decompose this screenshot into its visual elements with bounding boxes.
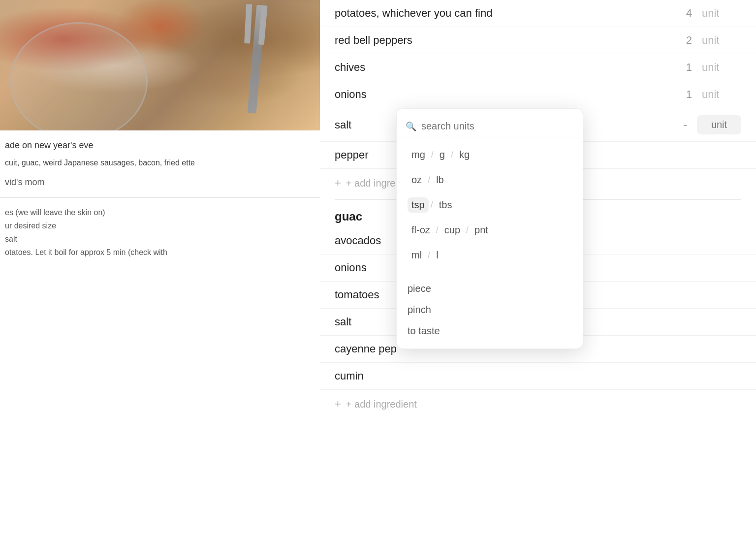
unit-row-ml: ml / l: [397, 243, 583, 268]
unit-row-volume: fl-oz / cup / pnt: [397, 218, 583, 243]
ingredient-name: cumin: [335, 370, 662, 382]
unit-ml[interactable]: ml: [408, 248, 426, 263]
add-guac-ingredient-button[interactable]: + + add ingredient: [320, 390, 756, 418]
plus-icon-guac: +: [335, 398, 341, 411]
recipe-steps: es (we will leave the skin on)ur desired…: [0, 206, 320, 259]
unit-fl-oz[interactable]: fl-oz: [408, 222, 434, 238]
unit-row-spoon: tsp / tbs: [397, 192, 583, 218]
ingredient-name: onions: [335, 88, 662, 101]
glass-plate: [10, 22, 148, 130]
unit-kg[interactable]: kg: [455, 147, 473, 162]
ingredient-unit: unit: [702, 61, 741, 74]
table-row: onions1unit: [320, 81, 756, 108]
recipe-step: es (we will leave the skin on): [0, 206, 320, 219]
plus-icon: +: [335, 177, 341, 190]
ingredient-unit: unit: [702, 7, 741, 20]
recipe-step: ur desired size: [0, 219, 320, 232]
unit-cup[interactable]: cup: [441, 222, 464, 238]
recipe-ingredients-text: cuit, guac, weird Japanese sausages, bac…: [0, 157, 320, 169]
unit-dropdown: 🔍 mg / g / kg oz / lb tsp / tbs: [396, 108, 583, 349]
ingredient-qty: 1: [662, 61, 692, 74]
table-row: chives1unit: [320, 54, 756, 81]
search-icon: 🔍: [406, 121, 416, 132]
unit-pnt[interactable]: pnt: [471, 222, 492, 238]
ingredient-name: chives: [335, 61, 662, 74]
add-ingredient-label: + add ingre: [346, 178, 396, 189]
add-guac-ingredient-label: + add ingredient: [346, 399, 417, 410]
unit-tsp[interactable]: tsp: [408, 197, 429, 213]
ingredient-name: potatoes, whichever you can find: [335, 7, 662, 20]
fork-icon: [247, 5, 265, 114]
ingredient-qty: -: [658, 119, 687, 131]
unit-oz[interactable]: oz: [408, 172, 426, 188]
unit-lb[interactable]: lb: [432, 172, 448, 188]
left-panel: ade on new year's eve cuit, guac, weird …: [0, 0, 320, 539]
recipe-author: vid's mom: [0, 177, 320, 188]
ingredient-list: potatoes, whichever you can find4unitred…: [320, 0, 756, 418]
unit-row-weight-large: mg / g / kg: [397, 142, 583, 167]
table-row: potatoes, whichever you can find4unit: [320, 0, 756, 27]
text-content: ade on new year's eve cuit, guac, weird …: [0, 130, 320, 269]
table-row: cumin: [320, 363, 756, 390]
unit-piece[interactable]: piece: [397, 278, 583, 299]
unit-mg[interactable]: mg: [408, 147, 429, 162]
food-image: [0, 0, 320, 130]
ingredient-unit: unit: [702, 34, 741, 47]
table-row: red bell peppers2unit: [320, 27, 756, 54]
unit-l[interactable]: l: [432, 248, 442, 263]
right-panel: potatoes, whichever you can find4unitred…: [320, 0, 756, 539]
unit-to-taste[interactable]: to taste: [397, 320, 583, 342]
unit-g[interactable]: g: [436, 147, 449, 162]
recipe-description: ade on new year's eve: [0, 140, 320, 151]
unit-row-oz: oz / lb: [397, 167, 583, 192]
unit-pinch[interactable]: pinch: [397, 299, 583, 320]
recipe-step: otatoes. Let it boil for approx 5 min (c…: [0, 246, 320, 259]
ingredient-unit[interactable]: unit: [697, 115, 741, 134]
unit-search-container: 🔍: [397, 116, 583, 137]
unit-tbs[interactable]: tbs: [435, 197, 456, 213]
ingredient-unit: unit: [702, 88, 741, 101]
recipe-step: salt: [0, 232, 320, 246]
section-divider-left: [0, 197, 320, 198]
unit-divider: [397, 273, 583, 273]
ingredient-qty: 4: [662, 7, 692, 20]
unit-search-input[interactable]: [421, 121, 574, 132]
ingredient-qty: 1: [662, 88, 692, 101]
ingredient-name: red bell peppers: [335, 34, 662, 47]
ingredient-qty: 2: [662, 34, 692, 47]
